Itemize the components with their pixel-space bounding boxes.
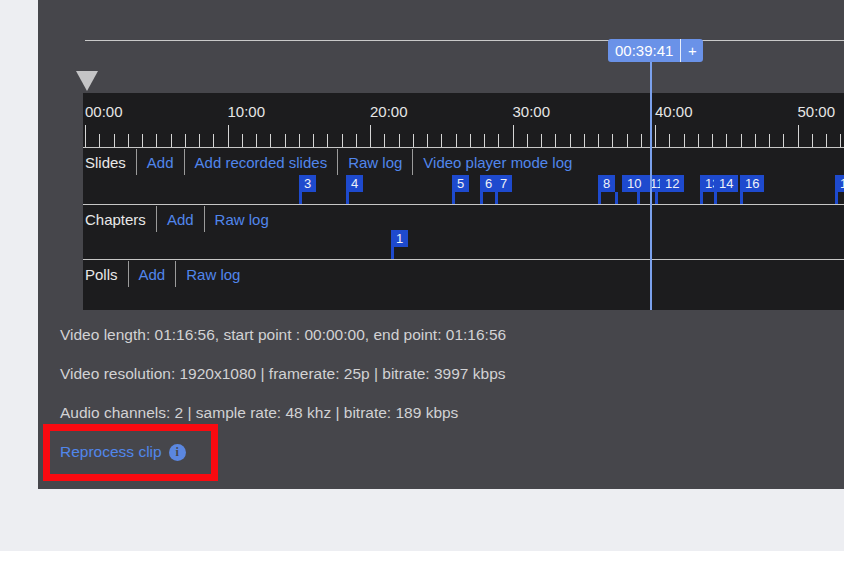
ruler-time-label: 40:00 — [655, 103, 693, 120]
ruler-major-tick — [798, 125, 799, 147]
ruler-major-tick — [513, 125, 514, 147]
slides-marker-pole — [637, 192, 640, 204]
track-slides: SlidesAddAdd recorded slidesRaw logVideo… — [83, 149, 844, 205]
slides-label-bar: SlidesAddAdd recorded slidesRaw logVideo… — [83, 149, 844, 175]
video-length-info: Video length: 01:16:56, start point : 00… — [60, 326, 506, 344]
ruler-minor-tick — [584, 134, 585, 147]
slides-marker-pole — [655, 192, 658, 204]
slides-marker-8[interactable]: 8 — [598, 175, 615, 192]
info-icon[interactable]: i — [169, 444, 186, 461]
slides-marker-14[interactable]: 14 — [714, 175, 738, 192]
ruler-minor-tick — [327, 134, 328, 147]
ruler-minor-tick — [527, 134, 528, 147]
ruler-minor-tick — [840, 134, 841, 147]
slides-marker-pole — [452, 192, 455, 204]
ruler-minor-tick — [285, 134, 286, 147]
timeline: 00:0010:0020:0030:0040:0050:00 SlidesAdd… — [83, 93, 844, 310]
track-title-chapters: Chapters — [83, 206, 156, 232]
slides-marker-pole — [714, 192, 717, 204]
seek-track-line[interactable] — [85, 40, 844, 41]
ruler: 00:0010:0020:0030:0040:0050:00 — [83, 93, 844, 148]
slides-marker-pole — [346, 192, 349, 204]
slides-link-video-player-mode-log[interactable]: Video player mode log — [412, 149, 582, 175]
ruler-minor-tick — [698, 134, 699, 147]
ruler-major-tick — [228, 125, 229, 147]
ruler-minor-tick — [441, 134, 442, 147]
ruler-minor-tick — [313, 134, 314, 147]
ruler-minor-tick — [598, 134, 599, 147]
ruler-minor-tick — [256, 134, 257, 147]
ruler-time-label: 20:00 — [370, 103, 408, 120]
ruler-minor-tick — [484, 134, 485, 147]
ruler-minor-tick — [270, 134, 271, 147]
slides-marker-17[interactable]: 17 — [835, 175, 844, 192]
ruler-minor-tick — [612, 134, 613, 147]
slides-marker-pole — [740, 192, 743, 204]
ruler-minor-tick — [213, 134, 214, 147]
chapters-marker-pole — [391, 247, 394, 259]
ruler-time-label: 00:00 — [85, 103, 123, 120]
ruler-time-label: 10:00 — [228, 103, 266, 120]
track-chapters: ChaptersAddRaw log1 — [83, 206, 844, 260]
ruler-minor-tick — [712, 134, 713, 147]
ruler-minor-tick — [755, 134, 756, 147]
slides-marker-12[interactable]: 12 — [660, 175, 684, 192]
ruler-minor-tick — [399, 134, 400, 147]
ruler-minor-tick — [627, 134, 628, 147]
slides-marker-pole — [835, 192, 838, 204]
chapters-label-bar: ChaptersAddRaw log — [83, 206, 844, 232]
ruler-minor-tick — [99, 134, 100, 147]
playhead-time-badge[interactable]: 00:39:41 + — [608, 39, 703, 62]
slides-marker-5[interactable]: 5 — [452, 175, 469, 192]
slides-marker-7[interactable]: 7 — [495, 175, 512, 192]
ruler-minor-tick — [783, 134, 784, 147]
ruler-minor-tick — [541, 134, 542, 147]
ruler-minor-tick — [142, 134, 143, 147]
trim-start-marker-icon[interactable] — [76, 71, 98, 91]
ruler-minor-tick — [413, 134, 414, 147]
ruler-minor-tick — [299, 134, 300, 147]
ruler-minor-tick — [356, 134, 357, 147]
ruler-minor-tick — [741, 134, 742, 147]
ruler-major-tick — [370, 125, 371, 147]
slides-marker-16[interactable]: 16 — [740, 175, 764, 192]
slides-marker-pole — [495, 192, 498, 204]
slides-marker-4[interactable]: 4 — [346, 175, 363, 192]
polls-link-add[interactable]: Add — [128, 261, 176, 287]
ruler-minor-tick — [470, 134, 471, 147]
slides-marker-pole — [480, 192, 483, 204]
ruler-minor-tick — [199, 134, 200, 147]
slides-link-add[interactable]: Add — [136, 149, 184, 175]
ruler-minor-tick — [427, 134, 428, 147]
ruler-minor-tick — [242, 134, 243, 147]
chapters-marker-1[interactable]: 1 — [391, 230, 408, 247]
track-polls: PollsAddRaw log — [83, 261, 844, 310]
ruler-minor-tick — [570, 134, 571, 147]
video-resolution-info: Video resolution: 1920x1080 | framerate:… — [60, 365, 506, 383]
slides-link-raw-log[interactable]: Raw log — [337, 149, 412, 175]
slides-marker-3[interactable]: 3 — [299, 175, 316, 192]
polls-link-raw-log[interactable]: Raw log — [175, 261, 250, 287]
slides-marker-pole — [700, 192, 703, 204]
clip-editor-panel: 00:39:41 + 00:0010:0020:0030:0040:0050:0… — [38, 0, 844, 489]
audio-info: Audio channels: 2 | sample rate: 48 khz … — [60, 404, 458, 422]
slides-marker-10[interactable]: 10 — [622, 175, 646, 192]
reprocess-clip-link[interactable]: Reprocess clip i — [60, 443, 186, 461]
reprocess-clip-label: Reprocess clip — [60, 443, 162, 461]
polls-label-bar: PollsAddRaw log — [83, 261, 844, 287]
playhead-line[interactable] — [650, 62, 652, 310]
ruler-minor-tick — [114, 134, 115, 147]
ruler-minor-tick — [641, 134, 642, 147]
ruler-time-label: 50:00 — [798, 103, 836, 120]
chapters-link-add[interactable]: Add — [156, 206, 204, 232]
ruler-minor-tick — [684, 134, 685, 147]
ruler-major-tick — [85, 125, 86, 147]
ruler-minor-tick — [171, 134, 172, 147]
slides-link-add-recorded-slides[interactable]: Add recorded slides — [184, 149, 338, 175]
slides-marker-pole — [598, 192, 601, 204]
add-at-playhead-button[interactable]: + — [681, 39, 703, 62]
chapters-link-raw-log[interactable]: Raw log — [204, 206, 279, 232]
slides-marker-pole — [299, 192, 302, 204]
ruler-minor-tick — [384, 134, 385, 147]
screen: 00:39:41 + 00:0010:0020:0030:0040:0050:0… — [0, 0, 844, 574]
